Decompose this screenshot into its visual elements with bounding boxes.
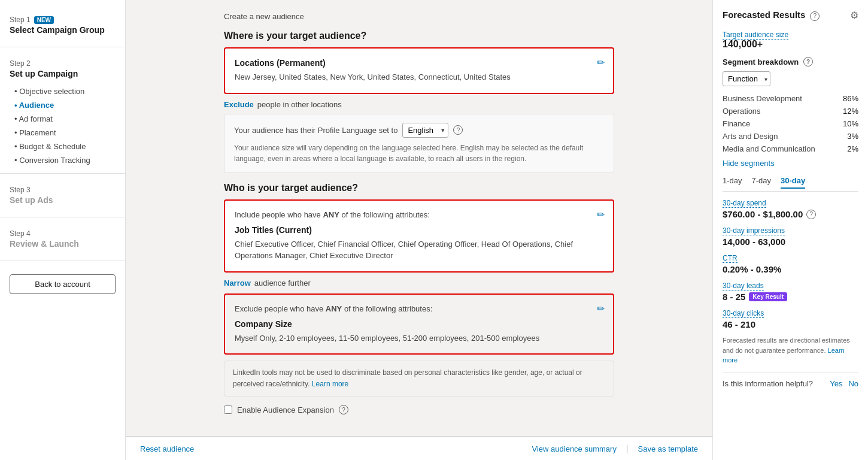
sidebar-step3: Step 3 Set up Ads [0, 180, 125, 211]
location-edit-icon[interactable]: ✏ [597, 57, 605, 68]
settings-icon[interactable]: ⚙ [850, 10, 858, 21]
segment-name-3: Arts and Design [723, 132, 778, 141]
segment-pct-4: 2% [847, 144, 858, 153]
language-note: Your audience size will vary depending o… [234, 143, 604, 164]
exclude-location-text: people in other locations [257, 100, 342, 109]
hide-segments-link[interactable]: Hide segments [723, 159, 858, 168]
include-any-text: Include people who have [235, 210, 321, 219]
who-section: Who is your target audience? Include peo… [224, 183, 614, 415]
segment-dropdown[interactable]: Function [723, 71, 770, 86]
expansion-label: Enable Audience Expansion [237, 405, 334, 414]
save-as-template-link[interactable]: Save as template [638, 444, 698, 453]
tab-7day[interactable]: 7-day [752, 176, 772, 189]
spend-help-icon[interactable]: ? [806, 210, 816, 219]
exclude-any-text: Exclude people who have [235, 304, 323, 313]
sidebar-nav: Objective selection Audience Ad format P… [0, 84, 125, 167]
ctr-block: CTR 0.20% - 0.39% [723, 253, 858, 274]
helpful-yes-button[interactable]: Yes [830, 379, 842, 388]
segment-row-4: Media and Communication 2% [723, 143, 858, 155]
include-suffix: of the following attributes: [342, 210, 430, 219]
language-help-icon[interactable]: ? [453, 125, 463, 135]
tab-30day[interactable]: 30-day [781, 176, 805, 189]
exclude-suffix: of the following attributes: [344, 304, 432, 313]
segment-name-4: Media and Communication [723, 144, 815, 153]
sidebar-step4: Step 4 Review & Launch [0, 223, 125, 255]
reset-audience-link[interactable]: Reset audience [140, 444, 194, 453]
disclaimer: Forecasted results are directional estim… [723, 335, 858, 365]
step2-label: Step 2 [10, 59, 31, 68]
include-edit-icon[interactable]: ✏ [597, 209, 605, 220]
sidebar-item-adformat[interactable]: Ad format [14, 112, 116, 126]
sidebar-item-audience[interactable]: Audience [14, 98, 116, 112]
helpful-question: Is this information helpful? [723, 379, 813, 388]
sidebar-item-objective[interactable]: Objective selection [14, 84, 116, 98]
location-card-title: Locations (Permanent) [235, 58, 603, 68]
tab-1day[interactable]: 1-day [723, 176, 742, 189]
sidebar-divider2 [0, 173, 125, 174]
panel-help-icon[interactable]: ? [810, 11, 820, 21]
step2-title: Set up Campaign [10, 69, 116, 78]
step3-label: Step 3 [10, 186, 31, 194]
segment-select-wrap: Function [723, 71, 770, 86]
impressions-label: 30-day impressions [723, 226, 785, 235]
expansion-help-icon[interactable]: ? [339, 405, 348, 414]
back-to-account-button[interactable]: Back to account [10, 274, 116, 294]
step4-label: Step 4 [10, 229, 31, 238]
segment-breakdown-header: Segment breakdown ? [723, 57, 858, 66]
narrow-suffix: audience further [254, 279, 311, 288]
company-size-label: Company Size [235, 319, 603, 329]
exclude-label: Exclude people who have ANY of the follo… [235, 304, 603, 313]
segment-name-2: Finance [723, 119, 750, 128]
narrow-link[interactable]: Narrow [224, 279, 251, 288]
spend-label: 30-day spend [723, 199, 766, 208]
sidebar-item-budget[interactable]: Budget & Schedule [14, 140, 116, 153]
sidebar-step2: Step 2 Set up Campaign Objective selecti… [0, 53, 125, 167]
tabs-row: 1-day 7-day 30-day [723, 176, 858, 192]
language-select-wrap: English [402, 123, 448, 138]
segment-name-0: Business Development [723, 94, 802, 103]
helpful-no-button[interactable]: No [848, 379, 858, 388]
sidebar-item-conversion[interactable]: Conversion Tracking [14, 153, 116, 167]
exclude-edit-icon[interactable]: ✏ [597, 303, 605, 314]
clicks-label: 30-day clicks [723, 309, 764, 318]
sidebar-divider4 [0, 261, 125, 261]
learn-more-link[interactable]: Learn more [312, 380, 348, 388]
sidebar-item-placement[interactable]: Placement [14, 126, 116, 140]
include-label: Include people who have ANY of the follo… [235, 210, 603, 219]
segment-breakdown-label: Segment breakdown [723, 58, 799, 66]
sidebar: Step 1 NEW Select Campaign Group Step 2 … [0, 0, 126, 460]
exclude-card: Exclude people who have ANY of the follo… [224, 293, 614, 355]
sidebar-divider3 [0, 217, 125, 217]
include-any-label: ANY [323, 210, 339, 219]
segment-help-icon[interactable]: ? [803, 57, 813, 66]
exclude-any-label: ANY [326, 304, 342, 313]
segment-pct-3: 3% [847, 132, 858, 141]
spend-block: 30-day spend $760.00 - $1,800.00 ? [723, 198, 858, 219]
exclude-location-row: Exclude people in other locations [224, 100, 614, 109]
helpful-row: Is this information helpful? Yes No [723, 373, 858, 388]
ctr-label: CTR [723, 254, 738, 263]
ctr-value: 0.20% - 0.39% [723, 264, 858, 274]
location-card-content: New Jersey, United States, New York, Uni… [235, 71, 603, 83]
view-audience-summary-link[interactable]: View audience summary [532, 444, 617, 453]
segment-name-1: Operations [723, 107, 761, 116]
language-select[interactable]: English [402, 123, 448, 138]
step3-title: Set up Ads [10, 195, 116, 205]
key-result-badge: Key Result [749, 292, 787, 301]
language-prefix: Your audience has their Profile Language… [234, 126, 397, 135]
step4-title: Review & Launch [10, 239, 116, 249]
include-card: Include people who have ANY of the follo… [224, 199, 614, 273]
language-row: Your audience has their Profile Language… [234, 123, 604, 138]
leads-block: 30-day leads 8 - 25 Key Result [723, 280, 858, 302]
leads-value: 8 - 25 [723, 292, 745, 302]
exclude-location-link[interactable]: Exclude [224, 100, 254, 109]
discrimination-text: LinkedIn tools may not be used to discri… [233, 368, 582, 388]
expansion-checkbox[interactable] [224, 405, 232, 414]
main-inner: Create a new audience Where is your targ… [210, 0, 629, 436]
leads-label: 30-day leads [723, 282, 764, 290]
segment-pct-1: 12% [843, 107, 858, 116]
company-size-content: Myself Only, 2-10 employees, 11-50 emplo… [235, 332, 603, 344]
back-btn-wrap: Back to account [0, 267, 125, 301]
segment-pct-0: 86% [843, 94, 858, 103]
sidebar-divider1 [0, 47, 125, 47]
